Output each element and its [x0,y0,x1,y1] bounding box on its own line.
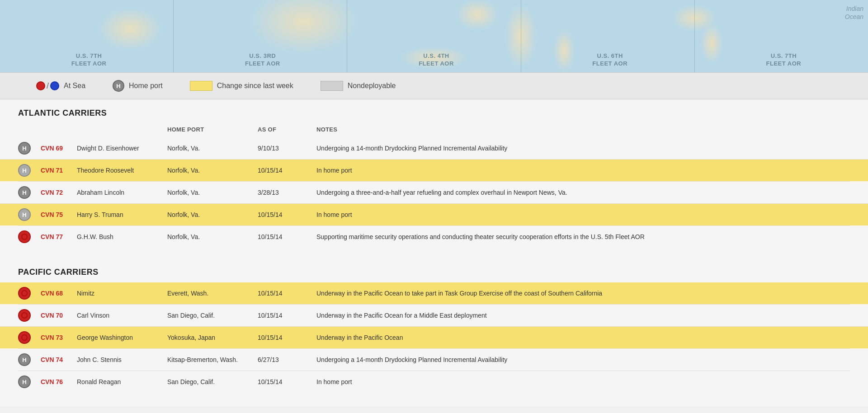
at-sea-red-dot [36,81,45,90]
svg-point-2 [22,313,27,318]
row-ship-name: Nimitz [77,290,167,297]
row-home-port: San Diego, Calif. [167,378,258,385]
row-ship-name: Ronald Reagan [77,378,167,385]
row-status [18,309,41,322]
row-ship-name: Carl Vinson [77,312,167,319]
col-header-cvn [41,126,77,133]
status-home-icon: H [18,375,31,388]
change-label: Change since last week [217,82,293,90]
row-as-of: 3/28/13 [258,189,316,196]
svg-point-0 [22,234,27,239]
row-cvn: CVN 72 [41,189,77,196]
row-ship-name: Theodore Roosevelt [77,167,167,174]
at-sea-blue-dot [50,81,59,90]
row-notes: Underway in the Pacific Ocean for a Midd… [316,312,850,319]
fleet-zone-3-label: U.S. 4TH FLEET AOR [352,52,520,68]
row-as-of: 10/15/14 [258,167,316,174]
legend-section: / At Sea H Home port Change since last w… [0,72,868,99]
row-ship-name: G.H.W. Bush [77,233,167,240]
row-as-of: 10/15/14 [258,233,316,240]
row-notes: Supporting maritime security operations … [316,233,850,240]
fleet-zone-1-label: U.S. 7TH FLEET AOR [5,52,173,68]
row-home-port: San Diego, Calif. [167,312,258,319]
col-header-name [77,126,167,133]
row-status: H [18,186,41,199]
fleet-zone-4: U.S. 6TH FLEET AOR [521,0,695,72]
row-notes: Undergoing a 14-month Drydocking Planned… [316,356,850,363]
row-cvn: CVN 68 [41,290,77,297]
atlantic-section-title: ATLANTIC CARRIERS [18,108,850,118]
home-port-legend: H Home port [113,80,163,92]
svg-point-3 [22,335,27,340]
fleet-labels: U.S. 7TH FLEET AOR U.S. 3RD FLEET AOR U.… [0,0,868,72]
table-section: ATLANTIC CARRIERS HOME PORT AS OF NOTES … [0,99,868,406]
change-box [190,81,212,91]
atlantic-col-headers: HOME PORT AS OF NOTES [18,123,850,136]
status-home-light-icon: H [18,208,31,221]
row-cvn: CVN 76 [41,378,77,385]
row-status: H [18,208,41,221]
status-home-light-icon: H [18,164,31,177]
slash-separator: / [47,81,49,91]
row-home-port: Norfolk, Va. [167,145,258,152]
atlantic-rows: H CVN 69 Dwight D. Eisenhower Norfolk, V… [18,137,850,248]
row-home-port: Norfolk, Va. [167,167,258,174]
table-row: H CVN 76 Ronald Reagan San Diego, Calif.… [18,371,850,393]
fleet-zone-4-label: U.S. 6TH FLEET AOR [526,52,694,68]
status-at-sea-icon [18,287,31,300]
fleet-zone-5-label: U.S. 7TH FLEET AOR [699,52,868,68]
row-as-of: 6/27/13 [258,356,316,363]
row-notes: Underway in the Pacific Ocean [316,334,850,341]
at-sea-legend: / At Sea [36,81,85,91]
row-status: H [18,375,41,388]
row-as-of: 10/15/14 [258,290,316,297]
row-notes: In home port [316,378,850,385]
row-status [18,287,41,300]
row-home-port: Yokosuka, Japan [167,334,258,341]
table-row: H CVN 69 Dwight D. Eisenhower Norfolk, V… [18,137,850,159]
fleet-zone-2-label: U.S. 3RD FLEET AOR [178,52,347,68]
row-notes: Undergoing a three-and-a-half year refue… [316,189,850,196]
status-at-sea-icon [18,331,31,344]
table-row: H CVN 72 Abraham Lincoln Norfolk, Va. 3/… [18,181,850,203]
row-ship-name: John C. Stennis [77,356,167,363]
row-home-port: Norfolk, Va. [167,189,258,196]
spacer-1 [18,248,850,258]
row-status: H [18,353,41,366]
col-header-asof: AS OF [258,126,316,133]
table-row: H CVN 71 Theodore Roosevelt Norfolk, Va.… [0,159,868,181]
row-ship-name: Abraham Lincoln [77,189,167,196]
row-status: H [18,142,41,155]
indian-ocean-label: IndianOcean [845,5,863,21]
row-as-of: 9/10/13 [258,145,316,152]
row-cvn: CVN 71 [41,167,77,174]
status-at-sea-icon [18,309,31,322]
change-legend: Change since last week [190,81,293,91]
row-home-port: Norfolk, Va. [167,233,258,240]
row-cvn: CVN 77 [41,233,77,240]
col-header-notes: NOTES [316,126,850,133]
col-header-homeport: HOME PORT [167,126,258,133]
nondeployable-box [321,81,343,91]
row-as-of: 10/15/14 [258,211,316,218]
status-home-icon: H [18,142,31,155]
row-notes: Underway in the Pacific Ocean to take pa… [316,290,850,297]
row-notes: In home port [316,167,850,174]
map-section: U.S. 7TH FLEET AOR U.S. 3RD FLEET AOR U.… [0,0,868,72]
fleet-zone-2: U.S. 3RD FLEET AOR [174,0,347,72]
row-cvn: CVN 73 [41,334,77,341]
status-at-sea-icon [18,230,31,243]
row-ship-name: George Washington [77,334,167,341]
at-sea-label: At Sea [64,82,85,90]
svg-point-1 [22,291,27,296]
pacific-section-title: PACIFIC CARRIERS [18,268,850,277]
home-port-label: Home port [129,82,163,90]
table-row: CVN 70 Carl Vinson San Diego, Calif. 10/… [18,304,850,326]
nondeployable-legend: Nondeployable [321,81,396,91]
row-notes: In home port [316,211,850,218]
row-notes: Undergoing a 14-month Drydocking Planned… [316,145,850,152]
row-cvn: CVN 75 [41,211,77,218]
row-status [18,331,41,344]
row-cvn: CVN 70 [41,312,77,319]
row-home-port: Everett, Wash. [167,290,258,297]
